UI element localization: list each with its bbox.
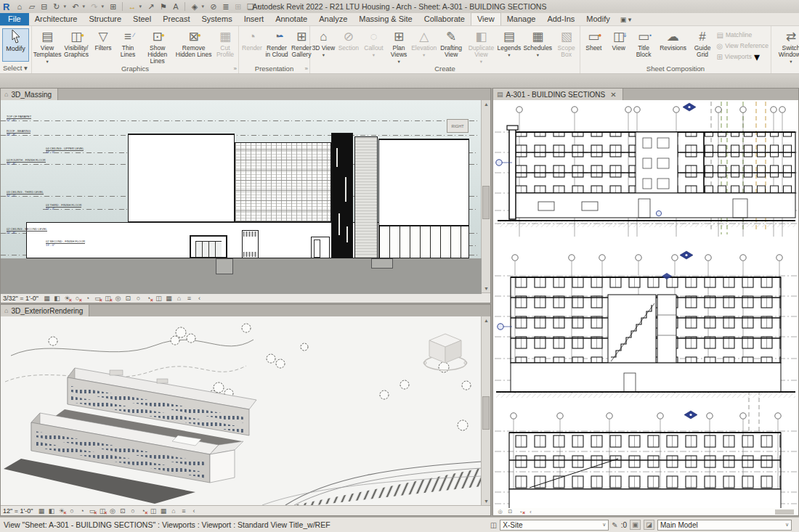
viewport-3d-exterior-rendering[interactable]: ⌂ 3D_ExteriorRendering: [0, 304, 491, 516]
render-in-cloud-button[interactable]: ☁Render in Cloud: [264, 28, 289, 64]
displacement-icon[interactable]: [184, 295, 194, 302]
panel-launcher-icon[interactable]: »: [305, 64, 308, 73]
viewcube-face[interactable]: RIGHT: [447, 119, 469, 133]
scroll-up-icon[interactable]: ▲: [482, 100, 491, 108]
visual-style-icon[interactable]: [52, 295, 62, 302]
view-scale[interactable]: 3/32" = 1'-0": [3, 295, 38, 302]
filters-button[interactable]: Filters: [91, 28, 115, 64]
revisions-button[interactable]: Revisions: [656, 28, 689, 64]
tab-architecture[interactable]: Architecture: [29, 13, 84, 25]
tab-massing-site[interactable]: Massing & Site: [353, 13, 418, 25]
editing-requests-icon[interactable]: ✎: [612, 521, 617, 529]
plan-views-button[interactable]: Plan Views▾: [386, 28, 412, 64]
legends-button[interactable]: Legends▾: [497, 28, 522, 64]
save-icon[interactable]: ⊟: [38, 2, 49, 12]
default-3d-view-icon[interactable]: ◈: [189, 2, 200, 12]
crop-view-icon[interactable]: [93, 295, 102, 302]
viewport-3d-massing[interactable]: ⌂ 3D_Massing TOP OF PARAPET52' - 6" ROOF…: [0, 88, 491, 303]
sync-dropdown-icon[interactable]: ▾: [63, 4, 68, 9]
scroll-up-icon[interactable]: ▲: [482, 316, 491, 324]
reveal-hidden-icon[interactable]: [123, 295, 133, 302]
analytical-model-icon[interactable]: [154, 295, 163, 302]
thin-lines-button[interactable]: ∕Thin Lines: [115, 28, 140, 64]
horizontal-scrollbar-thumb[interactable]: [775, 510, 794, 515]
scrollbar-thumb[interactable]: [482, 396, 490, 430]
remove-hidden-lines-button[interactable]: ●Remove Hidden Lines: [174, 28, 213, 64]
view-templates-button[interactable]: View Templates▾: [33, 28, 62, 64]
sheet-drawing-area[interactable]: [493, 100, 798, 510]
massing-view-tab[interactable]: ⌂ 3D_Massing: [1, 89, 58, 100]
visibility-graphics-button[interactable]: ●Visibility/ Graphics: [62, 28, 91, 64]
show-hidden-lines-button[interactable]: ●Show Hidden Lines: [140, 28, 174, 64]
tab-annotate[interactable]: Annotate: [269, 13, 313, 25]
undo-dropdown-icon[interactable]: ▾: [82, 4, 87, 9]
reveal-constraints-icon[interactable]: [174, 295, 184, 302]
tag-icon[interactable]: ⚑: [158, 2, 169, 12]
sheet-view-tab[interactable]: ▤ A-301 - BUILDING SECTIONS ✕: [493, 89, 623, 100]
temporary-view-properties-icon[interactable]: [144, 295, 153, 302]
3d-view-dropdown-icon[interactable]: ▾: [201, 4, 206, 9]
temporary-hide-isolate-icon[interactable]: [495, 509, 505, 515]
tab-view[interactable]: View: [471, 12, 501, 25]
design-options-icon[interactable]: ▣: [630, 520, 641, 530]
tab-steel[interactable]: Steel: [127, 13, 157, 25]
viewport-sheet-a301[interactable]: ▤ A-301 - BUILDING SECTIONS ✕: [492, 88, 799, 516]
reveal-hidden-icon[interactable]: [506, 509, 515, 515]
scroll-left-icon[interactable]: [195, 295, 204, 302]
tab-analyze[interactable]: Analyze: [313, 13, 353, 25]
tab-modify[interactable]: Modify: [580, 13, 615, 25]
shadows-icon[interactable]: [73, 295, 82, 302]
massing-vertical-scrollbar[interactable]: ▲ ▼: [481, 100, 490, 292]
close-tab-icon[interactable]: ✕: [610, 91, 616, 99]
rendering-view-tab[interactable]: ⌂ 3D_ExteriorRendering: [1, 305, 89, 316]
worksets-icon[interactable]: ◫: [490, 521, 497, 529]
aligned-dimension-icon[interactable]: ↗: [145, 2, 156, 12]
thin-lines-icon[interactable]: ≣: [220, 2, 231, 12]
panel-launcher-icon[interactable]: »: [234, 64, 237, 73]
analytical-model-icon[interactable]: [148, 507, 158, 515]
scroll-left-icon[interactable]: [189, 507, 198, 515]
scroll-down-icon[interactable]: ▼: [482, 497, 491, 505]
measure-icon[interactable]: ↔: [126, 2, 137, 11]
select-panel-label[interactable]: Select ▾: [0, 63, 31, 73]
worksharing-display-icon[interactable]: [134, 295, 143, 302]
detail-level-icon[interactable]: [36, 507, 46, 515]
ribbon-state-dropdown-icon[interactable]: ▣ ▾: [616, 15, 636, 25]
reveal-hidden-icon[interactable]: [118, 507, 127, 515]
tab-file[interactable]: File: [0, 13, 29, 25]
tab-structure[interactable]: Structure: [83, 13, 127, 25]
tab-add-ins[interactable]: Add-Ins: [541, 13, 580, 25]
temporary-hide-isolate-icon[interactable]: [113, 295, 123, 302]
qat-customize-icon[interactable]: ▾: [257, 4, 262, 9]
show-crop-icon[interactable]: [97, 507, 107, 515]
show-crop-icon[interactable]: [103, 295, 113, 302]
sun-path-icon[interactable]: [62, 295, 72, 302]
active-workset-select[interactable]: X-Site∨: [500, 520, 609, 531]
temporary-hide-isolate-icon[interactable]: [108, 507, 117, 515]
scroll-left-icon[interactable]: [526, 510, 535, 515]
detail-level-icon[interactable]: [42, 295, 52, 302]
rendering-drawing-area[interactable]: ): [1, 316, 482, 507]
place-view-button[interactable]: ⇓View: [607, 28, 631, 64]
tab-collaborate[interactable]: Collaborate: [418, 13, 471, 25]
massing-drawing-area[interactable]: TOP OF PARAPET52' - 6" ROOF - BEARING48'…: [1, 100, 482, 294]
shadows-icon[interactable]: [67, 507, 76, 515]
tab-manage[interactable]: Manage: [501, 13, 542, 25]
schedules-button[interactable]: Schedules▾: [522, 28, 553, 64]
worksharing-display-icon[interactable]: [516, 510, 525, 515]
viewcube[interactable]: [419, 325, 471, 377]
print-icon[interactable]: ⊞: [108, 2, 118, 12]
measure-dropdown-icon[interactable]: ▾: [139, 4, 144, 9]
section-icon[interactable]: ⊘: [208, 2, 219, 12]
sun-path-icon[interactable]: [57, 507, 66, 515]
title-block-button[interactable]: ▪Title Block: [631, 28, 657, 64]
text-icon[interactable]: A: [170, 2, 181, 11]
drafting-view-button[interactable]: Drafting View: [437, 28, 466, 64]
home-icon[interactable]: ⌂: [14, 2, 25, 11]
scrollbar-thumb[interactable]: [482, 186, 490, 219]
displacement-icon[interactable]: [179, 507, 188, 515]
tab-insert[interactable]: Insert: [238, 13, 270, 25]
constraints-icon[interactable]: [164, 295, 174, 302]
worksharing-display-icon[interactable]: [128, 507, 137, 515]
open-icon[interactable]: ▱: [26, 2, 37, 12]
